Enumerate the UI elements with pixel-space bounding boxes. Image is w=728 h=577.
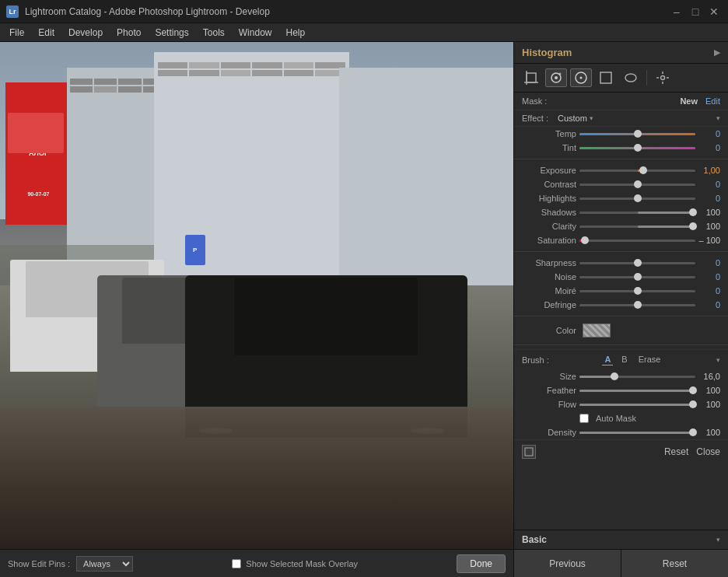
basic-expand-arrow: ▾ <box>716 536 720 544</box>
window-title: Lightroom Catalog - Adobe Photoshop Ligh… <box>25 6 270 17</box>
right-panel: Histogram ▶ <box>513 42 728 577</box>
exposure-thumb[interactable] <box>639 166 647 174</box>
minimize-button[interactable]: – <box>669 4 684 19</box>
tint-slider[interactable] <box>579 147 695 149</box>
menu-file[interactable]: File <box>3 25 30 40</box>
brush-tab-b[interactable]: B <box>619 354 629 365</box>
contrast-thumb[interactable] <box>634 180 642 188</box>
moire-slider[interactable] <box>579 290 695 292</box>
mask-new-button[interactable]: New <box>680 96 698 106</box>
edit-pins-label: Show Edit Pins : <box>8 559 70 568</box>
reset-action-button[interactable]: Reset <box>621 550 728 577</box>
menu-edit[interactable]: Edit <box>32 25 61 40</box>
noise-value: 0 <box>698 272 720 282</box>
mask-icon[interactable] <box>522 445 536 459</box>
moire-thumb[interactable] <box>634 287 642 295</box>
previous-button[interactable]: Previous <box>514 550 621 577</box>
shadows-thumb[interactable] <box>689 208 697 216</box>
divider-1 <box>514 159 728 159</box>
effect-row: Effect : Custom ▾ ▾ <box>514 110 728 127</box>
feather-slider[interactable] <box>579 390 695 392</box>
auto-mask-label: Auto Mask <box>596 414 636 423</box>
effect-value[interactable]: Custom ▾ <box>558 114 593 123</box>
density-label: Density <box>522 428 576 437</box>
sharpness-slider[interactable] <box>579 262 695 264</box>
done-button[interactable]: Done <box>457 554 506 573</box>
defringe-slider[interactable] <box>579 304 695 306</box>
noise-slider-row: Noise 0 <box>514 270 728 284</box>
color-swatch[interactable] <box>583 323 611 337</box>
sign-phone: 90-07-07 <box>5 169 72 219</box>
menu-photo[interactable]: Photo <box>110 25 147 40</box>
edit-pins-select[interactable]: Always Selected Never <box>76 556 133 572</box>
auto-mask-checkbox[interactable] <box>579 414 589 423</box>
size-thumb[interactable] <box>611 372 618 380</box>
reset-button[interactable]: Reset <box>664 446 688 457</box>
clarity-thumb[interactable] <box>689 222 697 230</box>
density-thumb[interactable] <box>689 428 697 436</box>
divider-4 <box>514 344 728 345</box>
photo-image: АЛОГ 90-07-07 <box>0 42 513 549</box>
photo-container[interactable]: АЛОГ 90-07-07 <box>0 42 513 549</box>
noise-thumb[interactable] <box>634 273 642 281</box>
brush-tab-erase[interactable]: Erase <box>636 354 663 365</box>
flow-slider[interactable] <box>579 404 695 406</box>
size-slider[interactable] <box>579 376 695 378</box>
menu-tools[interactable]: Tools <box>197 25 231 40</box>
defringe-label: Defringe <box>522 300 576 309</box>
size-value: 16,0 <box>698 372 720 381</box>
sharpness-thumb[interactable] <box>634 259 642 267</box>
density-slider[interactable] <box>579 432 695 434</box>
menu-develop[interactable]: Develop <box>62 25 109 40</box>
feather-thumb[interactable] <box>689 386 697 394</box>
defringe-thumb[interactable] <box>634 301 642 309</box>
moire-slider-row: Moiré 0 <box>514 284 728 298</box>
menu-help[interactable]: Help <box>279 25 311 40</box>
filter-tool[interactable] <box>595 68 617 87</box>
effect-label: Effect : <box>522 114 553 123</box>
settings-tool[interactable] <box>652 68 674 87</box>
mask-overlay-checkbox[interactable] <box>232 559 241 568</box>
highlights-thumb[interactable] <box>634 194 642 202</box>
temp-slider[interactable] <box>579 133 695 135</box>
shadows-label: Shadows <box>522 208 576 217</box>
tint-thumb[interactable] <box>634 144 642 152</box>
saturation-slider[interactable] <box>579 240 695 242</box>
bottom-btn-row: Reset Close <box>514 439 728 463</box>
shadows-slider[interactable] <box>579 212 695 214</box>
saturation-thumb[interactable] <box>581 236 589 244</box>
flow-thumb[interactable] <box>689 400 697 408</box>
title-bar-left: Lr Lightroom Catalog - Adobe Photoshop L… <box>6 5 270 18</box>
mask-edit-button[interactable]: Edit <box>705 96 720 106</box>
noise-slider[interactable] <box>579 276 695 278</box>
close-button[interactable]: ✕ <box>706 4 722 19</box>
histogram-title: Histogram <box>522 47 572 58</box>
auto-mask-row: Auto Mask <box>514 411 728 425</box>
temp-thumb[interactable] <box>634 130 642 138</box>
highlights-slider[interactable] <box>579 198 695 200</box>
radial-tool[interactable] <box>620 68 642 87</box>
contrast-slider[interactable] <box>579 184 695 186</box>
tint-value: 0 <box>698 143 720 152</box>
app-icon: Lr <box>6 5 19 18</box>
feather-slider-row: Feather 100 <box>514 383 728 397</box>
effect-expand-arrow: ▾ <box>716 114 720 122</box>
svg-rect-15 <box>525 448 533 456</box>
maximize-button[interactable]: □ <box>688 4 703 19</box>
brush-tab-a[interactable]: A <box>602 354 613 365</box>
brush-header: Brush : A B Erase ▾ <box>514 349 728 369</box>
highlights-value: 0 <box>698 194 720 203</box>
title-bar: Lr Lightroom Catalog - Adobe Photoshop L… <box>0 0 728 23</box>
panel-content[interactable]: Mask : New Edit Effect : Custom ▾ ▾ Temp <box>514 93 728 530</box>
mask-buttons: New Edit <box>680 96 720 106</box>
spot-removal-tool[interactable] <box>545 68 567 87</box>
close-button-panel[interactable]: Close <box>696 446 720 457</box>
defringe-value: 0 <box>698 300 720 309</box>
exposure-slider[interactable] <box>579 170 695 172</box>
clarity-slider[interactable] <box>579 226 695 228</box>
shadows-slider-row: Shadows 100 <box>514 205 728 219</box>
menu-settings[interactable]: Settings <box>149 25 194 40</box>
crop-tool[interactable] <box>520 68 542 87</box>
brush-tool[interactable] <box>570 68 592 87</box>
menu-window[interactable]: Window <box>233 25 278 40</box>
